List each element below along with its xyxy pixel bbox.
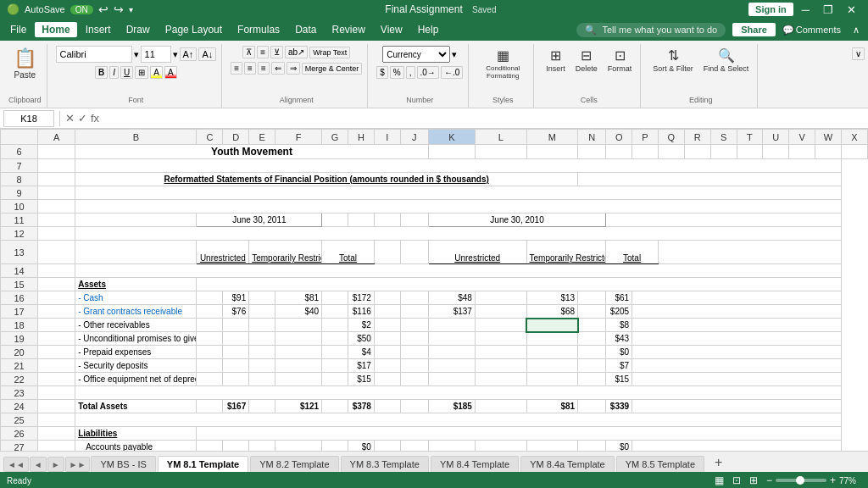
r19c13[interactable] bbox=[526, 332, 578, 346]
r11c1[interactable] bbox=[38, 214, 75, 227]
zoom-out-button[interactable]: − bbox=[766, 474, 772, 486]
r25c1[interactable] bbox=[38, 413, 75, 427]
r6c18[interactable] bbox=[684, 145, 710, 159]
menu-page-layout[interactable]: Page Layout bbox=[159, 22, 229, 37]
col-header-r[interactable]: R bbox=[684, 130, 710, 145]
r24c3[interactable] bbox=[197, 400, 223, 413]
r27c12[interactable] bbox=[475, 441, 526, 452]
r24-unr11[interactable]: $167 bbox=[223, 400, 249, 413]
number-format-select[interactable]: Currency General Number Percentage bbox=[382, 46, 450, 63]
r27c6[interactable] bbox=[275, 441, 322, 452]
col-header-t[interactable]: T bbox=[737, 130, 763, 145]
r19c10[interactable] bbox=[400, 332, 428, 346]
r18c10[interactable] bbox=[400, 319, 428, 332]
r13c10[interactable] bbox=[400, 241, 428, 264]
r26c1[interactable] bbox=[38, 427, 75, 441]
r24-unr10[interactable]: $185 bbox=[428, 400, 475, 413]
menu-view[interactable]: View bbox=[374, 22, 409, 37]
r13-tot-2010[interactable]: Total bbox=[606, 241, 659, 264]
r8c1[interactable] bbox=[38, 173, 75, 186]
r17-label[interactable]: - Grant contracts receivable bbox=[75, 305, 197, 319]
r16c1[interactable] bbox=[38, 291, 75, 305]
r22-tot10[interactable]: $15 bbox=[606, 373, 632, 386]
percent-button[interactable]: % bbox=[390, 66, 404, 79]
find-select-button[interactable]: 🔍 Find & Select bbox=[700, 46, 753, 75]
r10c2[interactable] bbox=[75, 200, 842, 214]
r19c12[interactable] bbox=[475, 332, 526, 346]
align-middle-button[interactable]: ≡ bbox=[257, 46, 269, 58]
r19c7[interactable] bbox=[322, 332, 348, 346]
r11c10[interactable] bbox=[400, 214, 428, 227]
close-button[interactable]: ✕ bbox=[842, 3, 861, 16]
r16c10[interactable] bbox=[400, 291, 428, 305]
r18c1[interactable] bbox=[38, 319, 75, 332]
r18-label[interactable]: - Other receivables bbox=[75, 319, 197, 332]
align-center-button[interactable]: ≡ bbox=[244, 62, 256, 75]
r21c14[interactable] bbox=[578, 359, 606, 373]
r17-tot10[interactable]: $205 bbox=[606, 305, 632, 319]
col-header-f[interactable]: F bbox=[275, 130, 322, 145]
underline-button[interactable]: U bbox=[120, 66, 133, 79]
r6c21[interactable] bbox=[763, 145, 789, 159]
r24-tmp10[interactable]: $81 bbox=[526, 400, 578, 413]
sheet-tab-ym-8-4[interactable]: YM 8.4 Template bbox=[431, 456, 519, 472]
r19c3[interactable] bbox=[197, 332, 223, 346]
italic-button[interactable]: I bbox=[109, 66, 119, 79]
font-name-input[interactable] bbox=[56, 46, 132, 63]
r27-tot10[interactable]: $0 bbox=[606, 441, 632, 452]
r21-tot11[interactable]: $17 bbox=[348, 359, 375, 373]
insert-function-button[interactable]: fx bbox=[91, 112, 99, 125]
r20-rest[interactable] bbox=[632, 346, 842, 359]
r17-unr10[interactable]: $137 bbox=[428, 305, 475, 319]
r6c19[interactable] bbox=[710, 145, 737, 159]
r20c14[interactable] bbox=[578, 346, 606, 359]
r14c2[interactable] bbox=[75, 264, 842, 278]
r17-tmp10[interactable]: $68 bbox=[526, 305, 578, 319]
font-color-button[interactable]: A bbox=[164, 66, 177, 79]
r16c12[interactable] bbox=[475, 291, 526, 305]
borders-button[interactable]: ⊞ bbox=[135, 66, 148, 79]
menu-review[interactable]: Review bbox=[325, 22, 371, 37]
r16c3[interactable] bbox=[197, 291, 223, 305]
sheet-tab-ym-8-4a[interactable]: YM 8.4a Template bbox=[520, 456, 614, 472]
r6c16[interactable] bbox=[632, 145, 659, 159]
col-header-x[interactable]: X bbox=[841, 130, 867, 145]
r17c7[interactable] bbox=[322, 305, 348, 319]
r21c6[interactable] bbox=[275, 359, 322, 373]
r18c14[interactable] bbox=[578, 319, 606, 332]
r6c1[interactable] bbox=[38, 145, 75, 159]
r15-rest[interactable] bbox=[197, 278, 841, 291]
r19c5[interactable] bbox=[249, 332, 275, 346]
currency-button[interactable]: $ bbox=[376, 66, 388, 79]
align-left-button[interactable]: ≡ bbox=[231, 62, 242, 75]
increase-decimal-button[interactable]: .0→ bbox=[417, 66, 439, 79]
col-header-h[interactable]: H bbox=[348, 130, 375, 145]
col-header-c[interactable]: C bbox=[197, 130, 223, 145]
r6-title[interactable]: Youth Movement bbox=[75, 145, 429, 159]
r18c12[interactable] bbox=[475, 319, 526, 332]
r19c6[interactable] bbox=[275, 332, 322, 346]
r18c4[interactable] bbox=[223, 319, 249, 332]
r22-tot11[interactable]: $15 bbox=[348, 373, 375, 386]
r14c1[interactable] bbox=[38, 264, 75, 278]
r18c6[interactable] bbox=[275, 319, 322, 332]
r17c3[interactable] bbox=[197, 305, 223, 319]
menu-home[interactable]: Home bbox=[35, 22, 76, 37]
r27c5[interactable] bbox=[249, 441, 275, 452]
r22c1[interactable] bbox=[38, 373, 75, 386]
sign-in-button[interactable]: Sign in bbox=[748, 3, 793, 16]
r18c9[interactable] bbox=[374, 319, 400, 332]
decrease-decimal-button[interactable]: ←.0 bbox=[441, 66, 463, 79]
r22c13[interactable] bbox=[526, 373, 578, 386]
r27-rest[interactable] bbox=[632, 441, 842, 452]
r21c9[interactable] bbox=[374, 359, 400, 373]
r27c3[interactable] bbox=[197, 441, 223, 452]
r18c7[interactable] bbox=[322, 319, 348, 332]
r17c14[interactable] bbox=[578, 305, 606, 319]
r17-tot11[interactable]: $116 bbox=[348, 305, 375, 319]
fill-color-button[interactable]: A bbox=[150, 66, 163, 79]
align-bottom-button[interactable]: ⊻ bbox=[270, 46, 283, 58]
r6c11[interactable] bbox=[428, 145, 475, 159]
r22c3[interactable] bbox=[197, 373, 223, 386]
r25c2[interactable] bbox=[75, 413, 842, 427]
